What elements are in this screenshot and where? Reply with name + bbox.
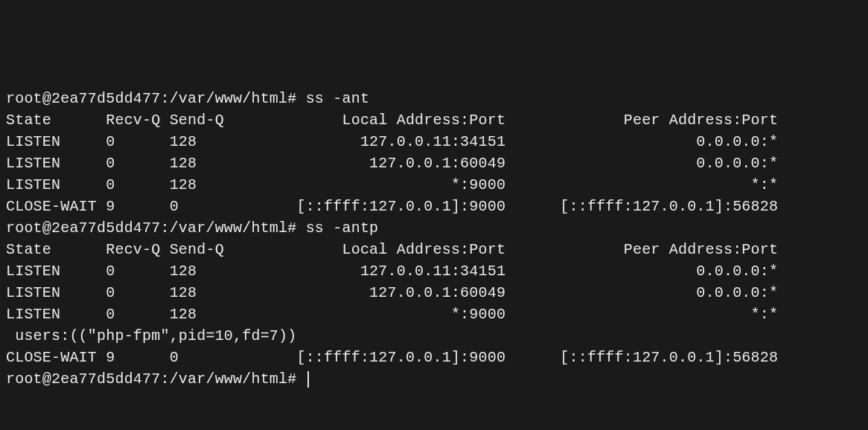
- cursor-icon: [307, 371, 309, 388]
- ss-antp-row-3: CLOSE-WAIT 9 0 [::ffff:127.0.0.1]:9000 […: [6, 347, 862, 368]
- ss-antp-row-0: LISTEN 0 128 127.0.0.11:34151 0.0.0.0:*: [6, 260, 862, 282]
- ss-ant-row-2: LISTEN 0 128 *:9000 *:*: [6, 174, 862, 196]
- ss-antp-row-2-extra: users:(("php-fpm",pid=10,fd=7)): [6, 325, 862, 347]
- ss-antp-row-2: LISTEN 0 128 *:9000 *:*: [6, 304, 862, 325]
- ss-ant-row-0: LISTEN 0 128 127.0.0.11:34151 0.0.0.0:*: [6, 131, 862, 153]
- prompt-line-active[interactable]: root@2ea77d5dd477:/var/www/html#: [6, 368, 862, 390]
- ss-ant-header: State Recv-Q Send-Q Local Address:Port P…: [6, 109, 862, 131]
- ss-antp-header: State Recv-Q Send-Q Local Address:Port P…: [6, 239, 862, 260]
- prompt-line-ss-ant: root@2ea77d5dd477:/var/www/html# ss -ant: [6, 88, 862, 109]
- prompt-line-ss-antp: root@2ea77d5dd477:/var/www/html# ss -ant…: [6, 217, 862, 239]
- ss-antp-row-1: LISTEN 0 128 127.0.0.1:60049 0.0.0.0:*: [6, 282, 862, 304]
- ss-ant-row-3: CLOSE-WAIT 9 0 [::ffff:127.0.0.1]:9000 […: [6, 196, 862, 217]
- ss-ant-row-1: LISTEN 0 128 127.0.0.1:60049 0.0.0.0:*: [6, 153, 862, 174]
- terminal-output[interactable]: root@2ea77d5dd477:/var/www/html# ss -ant…: [6, 88, 862, 390]
